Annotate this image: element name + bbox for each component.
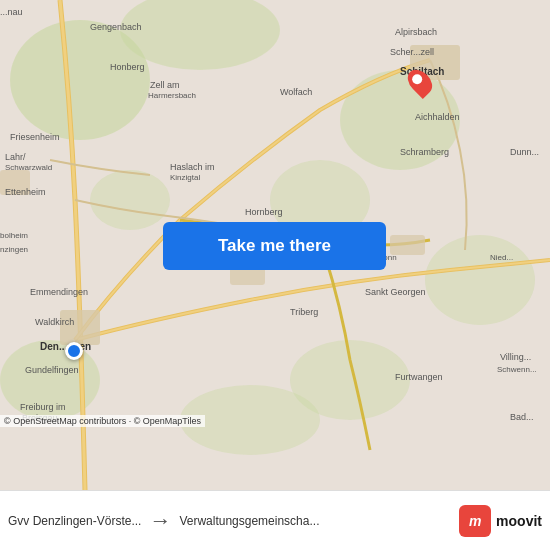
- svg-text:Bad...: Bad...: [510, 412, 534, 422]
- svg-text:Lahr/: Lahr/: [5, 152, 26, 162]
- svg-text:Friesenheim: Friesenheim: [10, 132, 60, 142]
- svg-text:Emmendingen: Emmendingen: [30, 287, 88, 297]
- svg-text:Alpirsbach: Alpirsbach: [395, 27, 437, 37]
- svg-text:Dunn...: Dunn...: [510, 147, 539, 157]
- moovit-icon: m: [459, 505, 491, 537]
- svg-text:Schwenn...: Schwenn...: [497, 365, 537, 374]
- svg-point-6: [425, 235, 535, 325]
- svg-text:Ettenheim: Ettenheim: [5, 187, 46, 197]
- svg-text:nzingen: nzingen: [0, 245, 28, 254]
- footer-route-info: Gvv Denzlingen-Vörste... → Verwaltungsge…: [8, 508, 451, 534]
- svg-rect-10: [60, 310, 100, 345]
- svg-text:Waldkirch: Waldkirch: [35, 317, 74, 327]
- svg-text:Gengenbach: Gengenbach: [90, 22, 142, 32]
- svg-text:Honberg: Honberg: [110, 62, 145, 72]
- svg-text:Villing...: Villing...: [500, 352, 531, 362]
- svg-text:Freiburg im: Freiburg im: [20, 402, 66, 412]
- svg-text:Furtwangen: Furtwangen: [395, 372, 443, 382]
- svg-text:Triberg: Triberg: [290, 307, 318, 317]
- svg-point-5: [90, 170, 170, 230]
- svg-text:Zell am: Zell am: [150, 80, 180, 90]
- svg-text:bolheim: bolheim: [0, 231, 28, 240]
- svg-text:Scher...zell: Scher...zell: [390, 47, 434, 57]
- svg-text:Kinzigtal: Kinzigtal: [170, 173, 200, 182]
- footer-arrow-icon: →: [149, 508, 171, 534]
- footer-destination: Verwaltungsgemeinschа...: [179, 514, 319, 528]
- svg-text:Wolfach: Wolfach: [280, 87, 312, 97]
- svg-rect-14: [390, 235, 425, 255]
- moovit-logo: m moovit: [459, 505, 542, 537]
- map-container: Friesenheim Lahr/ Schwarzwald Ettenheim …: [0, 0, 550, 490]
- footer-bar: Gvv Denzlingen-Vörste... → Verwaltungsge…: [0, 490, 550, 550]
- svg-text:Sankt Georgen: Sankt Georgen: [365, 287, 426, 297]
- svg-text:Harmersbach: Harmersbach: [148, 91, 196, 100]
- svg-text:...nau: ...nau: [0, 7, 23, 17]
- svg-text:Nied...: Nied...: [490, 253, 513, 262]
- destination-pin: [410, 68, 430, 96]
- moovit-wordmark: moovit: [496, 513, 542, 529]
- svg-text:Gundelfingen: Gundelfingen: [25, 365, 79, 375]
- svg-text:Aichhalden: Aichhalden: [415, 112, 460, 122]
- origin-pin: [65, 342, 83, 360]
- svg-text:Haslach im: Haslach im: [170, 162, 215, 172]
- take-me-there-button[interactable]: Take me there: [163, 222, 386, 270]
- svg-text:Schwarzwald: Schwarzwald: [5, 163, 52, 172]
- footer-origin: Gvv Denzlingen-Vörste...: [8, 514, 141, 528]
- svg-text:Hornberg: Hornberg: [245, 207, 283, 217]
- map-attribution: © OpenStreetMap contributors · © OpenMap…: [0, 415, 205, 427]
- svg-text:Schramberg: Schramberg: [400, 147, 449, 157]
